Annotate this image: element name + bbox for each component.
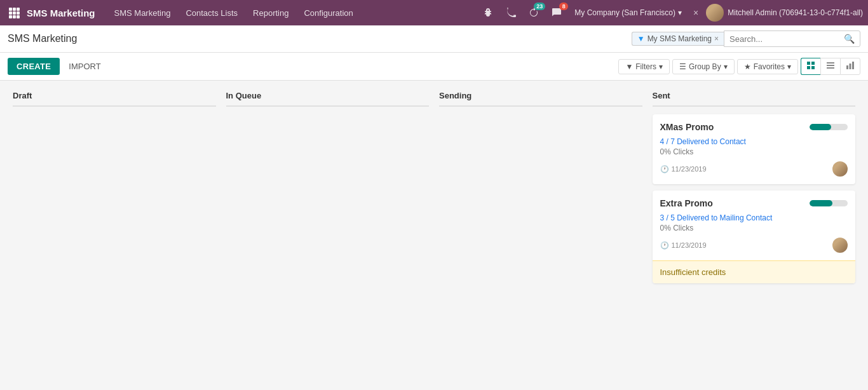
groupby-icon: ☰ (679, 62, 686, 71)
groupby-button[interactable]: ☰ Group By ▾ (672, 59, 735, 74)
card-extra-footer: 🕐 11/23/2019 (660, 238, 848, 253)
column-sending: Sending (434, 91, 648, 388)
column-draft: Draft (8, 91, 221, 388)
card-xmas-delivered-count: 4 / 7 (660, 137, 675, 146)
search-input[interactable] (724, 32, 839, 46)
nav-contacts-lists[interactable]: Contacts Lists (179, 6, 244, 20)
card-extra-avatar (832, 238, 848, 253)
toolbar-left: CREATE IMPORT (8, 58, 105, 75)
card-xmas-promo[interactable]: XMas Promo 4 / 7 Delivered to Contact 0%… (653, 114, 856, 184)
card-extra-inner: Extra Promo 3 / 5 Delivered to Mailing C… (653, 191, 856, 260)
card-xmas-footer: 🕐 11/23/2019 (660, 161, 848, 177)
card-extra-date-value: 11/23/2019 (672, 241, 707, 249)
nav-configuration[interactable]: Configuration (297, 6, 359, 20)
refresh-badge: 23 (534, 3, 545, 10)
column-sending-header: Sending (439, 91, 642, 107)
chat-badge: 8 (559, 3, 568, 10)
grid-menu-icon[interactable] (5, 4, 23, 22)
svg-rect-5 (17, 11, 20, 15)
favorites-button[interactable]: ★ Favorites ▾ (737, 59, 798, 74)
search-icon[interactable]: 🔍 (839, 31, 860, 46)
topbar-right: 23 8 My Company (San Francisco) ▾ × Mitc… (479, 4, 863, 22)
toolbar-right: ▼ Filters ▾ ☰ Group By ▾ ★ Favorites ▾ (618, 58, 860, 75)
topbar: SMS Marketing SMS Marketing Contacts Lis… (0, 0, 868, 25)
filter-tag-label: My SMS Marketing (648, 34, 712, 43)
create-button[interactable]: CREATE (8, 58, 60, 75)
chat-icon-btn[interactable]: 8 (548, 4, 566, 22)
column-draft-header: Draft (13, 91, 216, 107)
svg-rect-11 (807, 66, 810, 69)
groupby-label: Group By (689, 62, 721, 71)
svg-rect-16 (846, 65, 848, 69)
company-selector[interactable]: My Company (San Francisco) ▾ (571, 8, 686, 17)
card-xmas-delivered: 4 / 7 Delivered to Contact (660, 137, 848, 146)
card-xmas-date: 🕐 11/23/2019 (660, 165, 707, 173)
avatar (706, 4, 724, 22)
import-button[interactable]: IMPORT (65, 59, 104, 74)
nav-reporting[interactable]: Reporting (247, 6, 295, 20)
card-extra-title: Extra Promo (660, 198, 713, 208)
toolbar: CREATE IMPORT ▼ Filters ▾ ☰ Group By ▾ ★… (0, 53, 868, 81)
card-extra-promo[interactable]: Extra Promo 3 / 5 Delivered to Mailing C… (653, 191, 856, 283)
user-menu[interactable]: Mitchell Admin (706941-13-0-c774f1-all) (706, 4, 863, 22)
bug-icon-btn[interactable] (479, 4, 497, 22)
favorites-chevron: ▾ (787, 62, 791, 71)
card-extra-date: 🕐 11/23/2019 (660, 241, 707, 250)
card-extra-progress (810, 200, 848, 206)
column-sent: Sent XMas Promo 4 / 7 Delivered to Conta… (648, 91, 861, 388)
svg-rect-10 (811, 62, 815, 65)
filter-tag-remove[interactable]: × (714, 34, 719, 43)
card-xmas-avatar (832, 161, 848, 177)
insufficient-credits-text: Insufficient credits (660, 267, 726, 277)
company-chevron: ▾ (678, 8, 682, 17)
filters-button[interactable]: ▼ Filters ▾ (618, 59, 670, 74)
favorites-star-icon: ★ (744, 62, 751, 71)
view-toggles (801, 58, 860, 75)
card-extra-clicks: 0% Clicks (660, 224, 848, 232)
card-extra-clicks-value: 0% (660, 224, 671, 232)
column-sent-header: Sent (653, 91, 856, 107)
refresh-icon-btn[interactable]: 23 (525, 4, 543, 22)
card-xmas-clicks: 0% Clicks (660, 147, 848, 156)
svg-rect-9 (807, 62, 810, 65)
search-bar: ▼ My SMS Marketing × 🔍 (632, 30, 860, 47)
phone-icon-btn[interactable] (502, 4, 520, 22)
card-xmas-date-value: 11/23/2019 (672, 165, 707, 173)
filters-label: Filters (635, 62, 656, 71)
svg-rect-7 (13, 15, 16, 18)
filter-tag-icon: ▼ (637, 34, 645, 43)
kanban-board: Draft In Queue Sending Sent XMas Promo 4… (0, 81, 868, 390)
page-title: SMS Marketing (8, 33, 77, 44)
user-name: Mitchell Admin (706941-13-0-c774f1-all) (728, 8, 863, 17)
card-xmas-clicks-value: 0% (660, 147, 671, 156)
card-xmas-title: XMas Promo (660, 122, 714, 132)
search-input-wrap: 🔍 (724, 30, 860, 47)
svg-rect-6 (9, 15, 12, 18)
svg-rect-15 (827, 67, 834, 69)
filter-funnel-icon: ▼ (625, 62, 633, 71)
chart-view-btn[interactable] (840, 58, 860, 75)
filters-chevron: ▾ (659, 62, 663, 71)
kanban-view-btn[interactable] (801, 58, 820, 75)
svg-rect-0 (9, 8, 12, 11)
column-in-queue: In Queue (221, 91, 435, 388)
svg-rect-13 (827, 62, 834, 64)
card-xmas-progress (810, 124, 848, 130)
card-extra-delivered-count: 3 / 5 (660, 213, 675, 222)
svg-rect-8 (17, 15, 20, 18)
svg-rect-18 (852, 62, 854, 69)
card-xmas-progress-fill (810, 124, 831, 130)
card-extra-delivered-link[interactable]: 3 / 5 Delivered to Mailing Contact (660, 213, 773, 222)
top-nav: SMS Marketing Contacts Lists Reporting C… (108, 6, 480, 20)
clock-icon: 🕐 (660, 165, 669, 173)
topbar-close-btn[interactable]: × (693, 8, 698, 18)
search-filter-tag[interactable]: ▼ My SMS Marketing × (632, 32, 724, 46)
card-xmas-delivered-link[interactable]: 4 / 7 Delivered to Contact (660, 137, 746, 146)
card-extra-header: Extra Promo (660, 198, 848, 208)
company-name: My Company (San Francisco) (574, 8, 675, 17)
subheader: SMS Marketing ▼ My SMS Marketing × 🔍 (0, 25, 868, 53)
insufficient-credits-alert: Insufficient credits (653, 260, 856, 283)
nav-sms-marketing[interactable]: SMS Marketing (108, 6, 177, 20)
card-extra-delivered: 3 / 5 Delivered to Mailing Contact (660, 213, 848, 222)
list-view-btn[interactable] (820, 58, 840, 75)
